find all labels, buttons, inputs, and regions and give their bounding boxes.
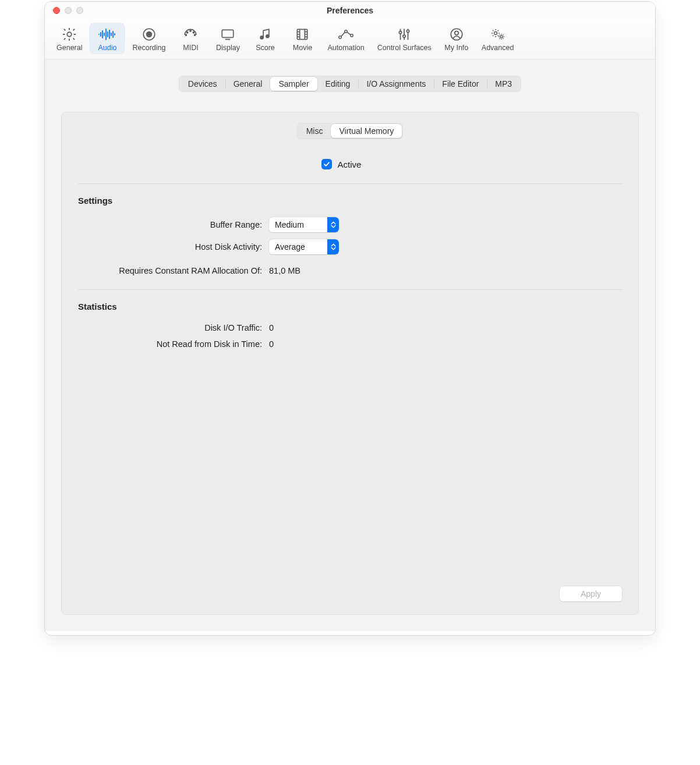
- toolbar-item-label: My Info: [444, 44, 468, 52]
- divider: [78, 289, 622, 290]
- not-read-row: Not Read from Disk in Time: 0: [78, 339, 622, 349]
- music-notes-icon: [255, 26, 275, 42]
- active-label: Active: [338, 160, 362, 169]
- tab-editing[interactable]: Editing: [317, 77, 359, 91]
- buffer-range-row: Buffer Range: Medium: [78, 217, 622, 232]
- svg-point-43: [500, 36, 503, 38]
- svg-point-12: [147, 32, 152, 37]
- sampler-panel: Misc Virtual Memory Active Settings Buff…: [61, 112, 639, 615]
- check-icon: [323, 161, 330, 168]
- preferences-body: Devices General Sampler Editing I/O Assi…: [45, 59, 655, 631]
- record-icon: [139, 26, 159, 42]
- statistics-heading: Statistics: [78, 302, 622, 311]
- apply-label: Apply: [581, 589, 601, 598]
- toolbar-item-label: Display: [216, 44, 240, 52]
- svg-point-37: [400, 31, 402, 34]
- toolbar-item-control-surfaces[interactable]: Control Surfaces: [372, 23, 437, 54]
- toolbar-item-label: Audio: [98, 44, 116, 52]
- toolbar-item-label: MIDI: [183, 44, 198, 52]
- svg-point-13: [190, 30, 191, 31]
- svg-point-16: [186, 34, 187, 36]
- toolbar-item-movie[interactable]: Movie: [284, 23, 320, 54]
- toolbar-item-label: Recording: [132, 44, 165, 52]
- active-row: Active: [78, 159, 622, 169]
- toolbar-item-label: Automation: [327, 44, 364, 52]
- host-disk-row: Host Disk Activity: Average: [78, 239, 622, 254]
- svg-point-17: [195, 34, 196, 36]
- toolbar-item-midi[interactable]: MIDI: [172, 23, 208, 54]
- svg-point-0: [68, 32, 72, 36]
- svg-point-38: [403, 35, 405, 37]
- subtab-misc[interactable]: Misc: [298, 124, 331, 138]
- disk-io-value: 0: [268, 323, 274, 332]
- minimize-window-button[interactable]: [65, 7, 72, 14]
- settings-heading: Settings: [78, 196, 622, 206]
- waveform-icon: [97, 26, 117, 42]
- gear-icon: [59, 26, 79, 42]
- toolbar: General Audio Recording MIDI Display: [45, 19, 655, 59]
- automation-icon: [336, 26, 356, 42]
- window-title: Preferences: [45, 6, 655, 15]
- divider: [78, 183, 622, 184]
- svg-point-15: [193, 32, 195, 33]
- toolbar-item-audio[interactable]: Audio: [89, 23, 125, 54]
- toolbar-item-recording[interactable]: Recording: [126, 23, 171, 54]
- close-window-button[interactable]: [53, 7, 60, 14]
- traffic-lights: [53, 7, 83, 14]
- toolbar-item-score[interactable]: Score: [247, 23, 283, 54]
- apply-button[interactable]: Apply: [560, 586, 622, 601]
- svg-point-42: [494, 32, 497, 35]
- host-disk-value: Average: [269, 240, 327, 253]
- svg-point-32: [345, 30, 347, 33]
- tab-general[interactable]: General: [225, 77, 271, 91]
- disk-io-row: Disk I/O Traffic: 0: [78, 323, 622, 332]
- subtab-virtual-memory[interactable]: Virtual Memory: [331, 124, 402, 138]
- buffer-range-label: Buffer Range:: [78, 220, 268, 229]
- toolbar-item-my-info[interactable]: My Info: [439, 23, 475, 54]
- buffer-range-select[interactable]: Medium: [269, 217, 339, 232]
- svg-point-31: [339, 36, 341, 38]
- film-icon: [292, 26, 312, 42]
- toolbar-item-advanced[interactable]: Advanced: [476, 23, 520, 54]
- toolbar-item-display[interactable]: Display: [210, 23, 246, 54]
- tab-sampler[interactable]: Sampler: [270, 77, 317, 91]
- buffer-range-value: Medium: [269, 218, 327, 231]
- toolbar-item-label: Score: [256, 44, 275, 52]
- tab-file-editor[interactable]: File Editor: [434, 77, 487, 91]
- ram-label: Requires Constant RAM Allocation Of:: [78, 266, 268, 275]
- toolbar-item-label: Control Surfaces: [377, 44, 432, 52]
- titlebar: Preferences: [45, 2, 655, 19]
- stepper-arrows-icon: [327, 217, 339, 232]
- tab-devices[interactable]: Devices: [180, 77, 225, 91]
- toolbar-item-label: General: [56, 44, 82, 52]
- host-disk-label: Host Disk Activity:: [78, 242, 268, 252]
- toolbar-item-automation[interactable]: Automation: [321, 23, 370, 54]
- zoom-window-button[interactable]: [76, 7, 83, 14]
- display-icon: [218, 26, 238, 42]
- toolbar-item-general[interactable]: General: [51, 23, 88, 54]
- disk-io-label: Disk I/O Traffic:: [78, 323, 268, 332]
- sliders-icon: [394, 26, 414, 42]
- svg-point-41: [455, 31, 459, 36]
- svg-point-14: [187, 32, 188, 33]
- preferences-window: Preferences General Audio Recording: [44, 1, 656, 636]
- audio-tabs: Devices General Sampler Editing I/O Assi…: [179, 76, 521, 92]
- stepper-arrows-icon: [327, 239, 339, 254]
- active-checkbox[interactable]: [321, 159, 332, 169]
- host-disk-select[interactable]: Average: [269, 239, 339, 254]
- sampler-subtabs: Misc Virtual Memory: [297, 123, 404, 139]
- not-read-label: Not Read from Disk in Time:: [78, 339, 268, 349]
- svg-point-39: [407, 30, 409, 32]
- gears-icon: [488, 26, 508, 42]
- tab-mp3[interactable]: MP3: [487, 77, 520, 91]
- svg-rect-18: [222, 30, 234, 37]
- tab-io-assignments[interactable]: I/O Assignments: [358, 77, 434, 91]
- toolbar-item-label: Movie: [293, 44, 312, 52]
- ram-row: Requires Constant RAM Allocation Of: 81,…: [78, 266, 622, 275]
- ram-value: 81,0 MB: [268, 266, 300, 275]
- midi-icon: [181, 26, 200, 42]
- person-circle-icon: [447, 26, 466, 42]
- not-read-value: 0: [268, 339, 274, 349]
- toolbar-item-label: Advanced: [482, 44, 514, 52]
